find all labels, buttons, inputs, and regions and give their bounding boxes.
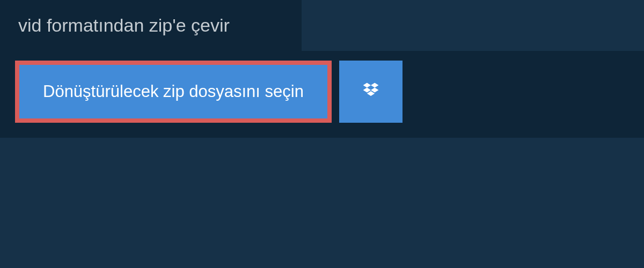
- dropzone-panel: Dönüştürülecek zip dosyasını seçin: [0, 51, 644, 138]
- dropbox-icon: [361, 81, 380, 102]
- page-title: vid formatından zip'e çevir: [18, 15, 283, 36]
- select-file-button[interactable]: Dönüştürülecek zip dosyasını seçin: [15, 61, 332, 123]
- select-file-label: Dönüştürülecek zip dosyasını seçin: [43, 82, 304, 101]
- header-tab: vid formatından zip'e çevir: [0, 0, 302, 51]
- dropbox-button[interactable]: [339, 61, 402, 123]
- page-background: [0, 138, 644, 245]
